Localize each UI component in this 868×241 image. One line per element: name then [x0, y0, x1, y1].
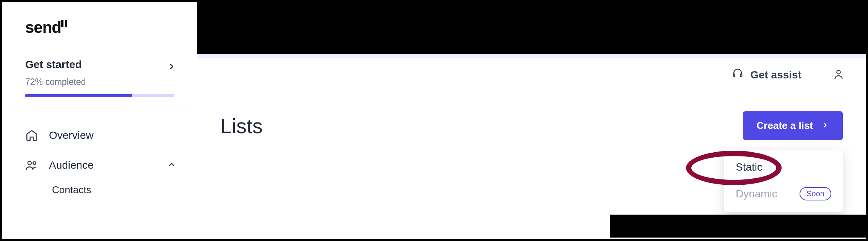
create-list-button[interactable]: Create a list — [743, 111, 843, 140]
create-list-label: Create a list — [757, 120, 813, 132]
sidebar-item-overview[interactable]: Overview — [2, 120, 197, 150]
sidebar-item-label: Overview — [49, 129, 94, 142]
logo-text: send — [25, 20, 61, 36]
svg-point-0 — [28, 161, 31, 165]
get-started-title: Get started — [25, 59, 174, 71]
redaction-block — [610, 215, 868, 238]
home-icon — [25, 129, 38, 142]
chevron-right-icon — [821, 120, 829, 132]
logo: send — [2, 2, 197, 47]
page-header: Lists Create a list — [197, 92, 866, 140]
progress-track — [25, 94, 174, 97]
sidebar-item-label: Contacts — [52, 184, 91, 195]
sidebar-item-contacts[interactable]: Contacts — [2, 180, 197, 200]
dropdown-item-dynamic: Dynamic Soon — [724, 180, 843, 207]
dropdown-item-label: Static — [736, 161, 762, 173]
people-icon — [25, 159, 38, 172]
accent-stripe — [197, 54, 866, 58]
soon-badge: Soon — [800, 187, 831, 200]
top-black-bar — [195, 2, 866, 54]
sidebar-item-label: Audience — [49, 159, 94, 171]
logo-ticks-icon — [61, 20, 67, 27]
create-list-dropdown: Static Dynamic Soon — [724, 150, 843, 212]
user-icon — [832, 75, 845, 81]
dropdown-item-static[interactable]: Static — [724, 154, 843, 180]
nav: Overview Audience Contacts — [2, 109, 197, 211]
user-avatar-button[interactable] — [832, 68, 845, 82]
get-assist-button[interactable]: Get assist — [732, 68, 801, 82]
headset-icon — [732, 68, 743, 82]
main: Get assist Lists Create a list Static Dy… — [197, 54, 866, 239]
sidebar: send Get started 72% completed Overview … — [2, 2, 197, 239]
svg-point-1 — [33, 162, 36, 164]
progress-fill — [25, 94, 132, 97]
divider — [817, 66, 817, 84]
topbar: Get assist — [197, 58, 866, 92]
svg-point-2 — [837, 70, 840, 74]
page-title: Lists — [220, 114, 263, 138]
assist-label: Get assist — [750, 69, 801, 81]
get-started-card[interactable]: Get started 72% completed — [2, 47, 197, 109]
dropdown-item-label: Dynamic — [736, 188, 777, 200]
get-started-subtitle: 72% completed — [25, 77, 174, 87]
sidebar-item-audience[interactable]: Audience — [2, 150, 197, 180]
chevron-right-icon — [167, 62, 176, 72]
chevron-up-icon — [167, 159, 176, 171]
